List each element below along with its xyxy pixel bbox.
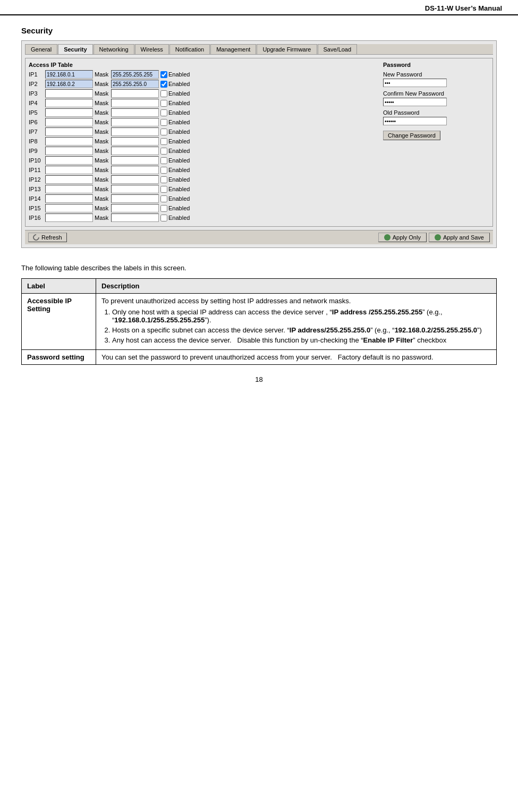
ip16-input[interactable] — [45, 213, 93, 222]
ip15-label: IP15 — [29, 205, 44, 211]
ip9-mask-input[interactable] — [111, 147, 159, 155]
ip6-label: IP6 — [29, 119, 44, 125]
apply-only-button[interactable]: Apply Only — [378, 233, 427, 242]
list-item: Only one host with a special IP address … — [112, 308, 491, 324]
ip2-mask-input[interactable] — [111, 80, 159, 88]
bold-text: IP address /255.255.255.255 — [332, 308, 422, 316]
ip4-checkbox[interactable] — [160, 100, 167, 107]
ip5-checkbox[interactable] — [160, 109, 167, 116]
ip16-mask-input[interactable] — [111, 213, 159, 222]
apply-save-button[interactable]: Apply and Save — [429, 233, 490, 242]
bold-text: 192.168.0.2/255.255.255.0 — [395, 326, 477, 334]
ip3-label: IP3 — [29, 90, 44, 97]
ip1-label: IP1 — [29, 71, 44, 78]
ip7-checkbox[interactable] — [160, 129, 167, 135]
ip13-enabled: Enabled — [160, 186, 190, 193]
ip10-mask-input[interactable] — [111, 156, 159, 165]
ip3-checkbox[interactable] — [160, 90, 167, 97]
ip14-input[interactable] — [45, 194, 93, 203]
ip12-enabled: Enabled — [160, 176, 190, 183]
ip11-checkbox[interactable] — [160, 167, 167, 174]
ip2-input[interactable] — [45, 80, 93, 88]
ip-row: IP16Mask Enabled — [29, 213, 378, 222]
ip5-mask-input[interactable] — [111, 108, 159, 117]
ip12-input[interactable] — [45, 175, 93, 184]
ip11-mask-input[interactable] — [111, 166, 159, 174]
ip8-input[interactable] — [45, 137, 93, 146]
ip8-enabled: Enabled — [160, 138, 190, 145]
ip10-input[interactable] — [45, 156, 93, 165]
ip15-checkbox[interactable] — [160, 205, 167, 212]
tab-management[interactable]: Management — [210, 44, 256, 54]
ip8-checkbox[interactable] — [160, 138, 167, 145]
ip3-input[interactable] — [45, 89, 93, 98]
ip2-checkbox[interactable] — [160, 81, 167, 88]
ip-row: IP8Mask Enabled — [29, 137, 378, 146]
ip3-mask-input[interactable] — [111, 89, 159, 98]
ip4-mask-label: Mask — [95, 100, 109, 106]
confirm-password-input[interactable] — [383, 98, 447, 106]
ip-row: IP15Mask Enabled — [29, 204, 378, 212]
ip1-checkbox[interactable] — [160, 71, 167, 78]
ip15-mask-input[interactable] — [111, 204, 159, 212]
ip13-mask-input[interactable] — [111, 185, 159, 193]
ip9-input[interactable] — [45, 147, 93, 155]
tab-upgrade-firmware[interactable]: Upgrade Firmware — [257, 44, 317, 54]
tab-notification[interactable]: Notification — [169, 44, 210, 54]
access-ip-section: Access IP Table IP1 Mask Enabled — [29, 62, 378, 223]
apply-only-label: Apply Only — [393, 234, 421, 241]
ip10-enabled: Enabled — [160, 157, 190, 164]
ip-row: IP1 Mask Enabled — [29, 70, 378, 79]
change-password-button[interactable]: Change Password — [383, 131, 440, 140]
tab-wireless[interactable]: Wireless — [135, 44, 169, 54]
ip11-input[interactable] — [45, 166, 93, 174]
old-password-input[interactable] — [383, 117, 447, 125]
apply-only-icon — [384, 234, 390, 241]
ip5-input[interactable] — [45, 108, 93, 117]
ip14-checkbox[interactable] — [160, 195, 167, 202]
ip9-label: IP9 — [29, 148, 44, 154]
ip-row: IP6Mask Enabled — [29, 118, 378, 126]
new-password-input[interactable] — [383, 79, 447, 87]
tab-security[interactable]: Security — [58, 44, 92, 54]
accessible-ip-label: Accessible IP Setting — [22, 294, 96, 350]
refresh-button[interactable]: Refresh — [28, 233, 67, 242]
ip6-checkbox[interactable] — [160, 119, 167, 126]
ip5-enabled: Enabled — [160, 109, 190, 116]
ip6-input[interactable] — [45, 118, 93, 126]
inner-panel: Access IP Table IP1 Mask Enabled — [25, 58, 493, 227]
ip1-mask-input[interactable] — [111, 70, 159, 79]
ip4-input[interactable] — [45, 99, 93, 107]
ip-row: IP9Mask Enabled — [29, 147, 378, 155]
ip-row: IP14Mask Enabled — [29, 194, 378, 203]
ip13-checkbox[interactable] — [160, 186, 167, 193]
ip1-input[interactable] — [45, 70, 93, 79]
ip16-checkbox[interactable] — [160, 215, 167, 221]
ip-row: IP13Mask Enabled — [29, 185, 378, 193]
page-header: DS-11-W User’s Manual — [0, 0, 518, 15]
ip6-mask-input[interactable] — [111, 118, 159, 126]
list-item: Any host can access the device server. D… — [112, 336, 491, 344]
tab-networking[interactable]: Networking — [94, 44, 134, 54]
ip8-mask-input[interactable] — [111, 137, 159, 146]
ip10-checkbox[interactable] — [160, 157, 167, 164]
refresh-label: Refresh — [41, 234, 62, 241]
ip7-mask-input[interactable] — [111, 127, 159, 136]
ip7-input[interactable] — [45, 127, 93, 136]
ip13-input[interactable] — [45, 185, 93, 193]
ip3-enabled: Enabled — [160, 90, 190, 97]
ip15-input[interactable] — [45, 204, 93, 212]
bottom-bar: Refresh Apply Only Apply and Save — [25, 230, 493, 244]
ip15-mask-label: Mask — [95, 205, 109, 211]
ip12-mask-input[interactable] — [111, 175, 159, 184]
ip14-mask-input[interactable] — [111, 194, 159, 203]
ip12-checkbox[interactable] — [160, 176, 167, 183]
ip16-enabled: Enabled — [160, 215, 190, 221]
ip2-label: IP2 — [29, 81, 44, 87]
ip13-label: IP13 — [29, 186, 44, 192]
ip4-mask-input[interactable] — [111, 99, 159, 107]
page-content: Security General Security Networking Wir… — [0, 15, 518, 394]
tab-general[interactable]: General — [25, 44, 57, 54]
ip9-checkbox[interactable] — [160, 148, 167, 155]
tab-save-load[interactable]: Save/Load — [318, 44, 358, 54]
